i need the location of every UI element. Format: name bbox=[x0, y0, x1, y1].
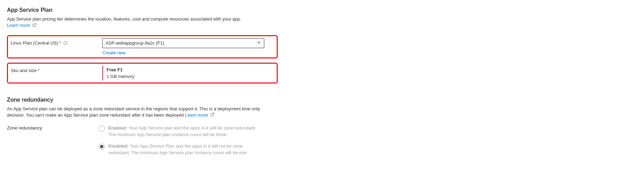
linux-plan-label-text: Linux Plan (Central US) bbox=[11, 40, 58, 46]
sku-value-block: Free F1 1 GB memory bbox=[102, 66, 275, 80]
zone-redundancy-option-enabled[interactable]: Enabled: Your App Service plan and the a… bbox=[99, 125, 278, 138]
zone-redundancy-learn-more-link[interactable]: Learn more bbox=[185, 112, 215, 118]
zone-redundancy-description-text: An App Service plan can be deployed as a… bbox=[7, 106, 260, 118]
zone-redundancy-description: An App Service plan can be deployed as a… bbox=[7, 106, 271, 119]
linux-plan-label: Linux Plan (Central US) * bbox=[11, 38, 102, 46]
zone-redundancy-disabled-desc: Your App Service Plan and the apps in it… bbox=[108, 143, 248, 155]
form-content: App Service Plan App Service plan pricin… bbox=[7, 7, 278, 161]
radio-icon bbox=[99, 125, 105, 132]
app-service-plan-description: App Service plan pricing tier determines… bbox=[7, 16, 271, 29]
create-new-link[interactable]: Create new bbox=[102, 50, 125, 55]
svg-rect-2 bbox=[65, 42, 66, 44]
sku-label-text: Sku and size bbox=[11, 68, 36, 73]
sku-description: 1 GB memory bbox=[107, 74, 275, 79]
radio-icon bbox=[99, 143, 105, 150]
app-service-plan-learn-more-link[interactable]: Learn more bbox=[7, 23, 36, 28]
linux-plan-select[interactable]: ASP-webappgroup-8a2c (F1) bbox=[102, 38, 264, 48]
external-link-icon bbox=[32, 23, 36, 29]
required-asterisk: * bbox=[59, 40, 61, 46]
external-link-icon bbox=[210, 112, 215, 118]
zone-redundancy-enabled-text: Enabled: Your App Service plan and the a… bbox=[108, 125, 261, 138]
zone-redundancy-field-label: Zone redundancy bbox=[7, 125, 99, 131]
linux-plan-selected-value: ASP-webappgroup-8a2c (F1) bbox=[106, 40, 164, 46]
zone-redundancy-heading: Zone redundancy bbox=[7, 97, 278, 103]
app-service-plan-heading: App Service Plan bbox=[7, 7, 278, 13]
required-asterisk: * bbox=[37, 68, 39, 73]
zone-redundancy-disabled-text: Disabled: Your App Service Plan and the … bbox=[108, 143, 261, 156]
sku-highlight-box: Sku and size * Free F1 1 GB memory bbox=[7, 63, 278, 84]
info-icon[interactable] bbox=[63, 41, 68, 45]
sku-name: Free F1 bbox=[107, 67, 275, 72]
learn-more-label: Learn more bbox=[185, 112, 208, 118]
svg-point-1 bbox=[65, 42, 65, 42]
sku-label: Sku and size * bbox=[11, 66, 102, 73]
app-service-plan-description-text: App Service plan pricing tier determines… bbox=[7, 16, 241, 22]
zone-redundancy-option-disabled[interactable]: Disabled: Your App Service Plan and the … bbox=[99, 143, 278, 156]
chevron-down-icon bbox=[257, 40, 261, 46]
plan-highlight-box: Linux Plan (Central US) * ASP-webappgrou… bbox=[7, 35, 278, 58]
learn-more-label: Learn more bbox=[7, 23, 30, 28]
zone-redundancy-radio-group: Enabled: Your App Service plan and the a… bbox=[99, 125, 278, 156]
zone-redundancy-enabled-label: Enabled: bbox=[108, 125, 127, 131]
zone-redundancy-enabled-desc: Your App Service plan and the apps in it… bbox=[108, 125, 256, 137]
zone-redundancy-disabled-label: Disabled: bbox=[108, 143, 129, 149]
